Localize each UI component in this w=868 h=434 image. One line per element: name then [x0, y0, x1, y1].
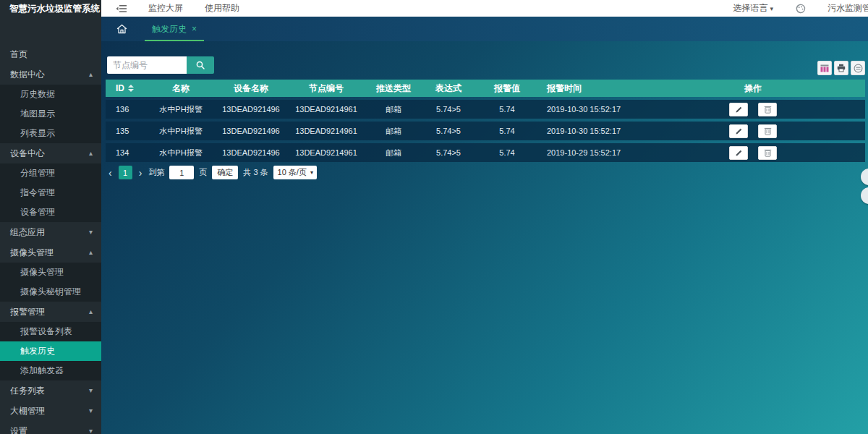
tab-trigger-history[interactable]: 触发历史 ×: [145, 17, 204, 41]
edit-button[interactable]: [729, 124, 748, 138]
column-header-alarm-time: 报警时间: [540, 82, 655, 95]
cell-expression: 5.74>5: [422, 148, 475, 157]
table-toolbar: [817, 61, 865, 75]
print-button[interactable]: [834, 61, 848, 75]
table-row: 135 水中PH报警 13DEAD921496 13DEAD9214961 邮箱…: [106, 122, 865, 140]
table-row: 136 水中PH报警 13DEAD921496 13DEAD9214961 邮箱…: [106, 100, 865, 119]
cell-name: 水中PH报警: [148, 104, 214, 115]
menu-collapse-icon[interactable]: [101, 4, 137, 14]
cell-expression: 5.74>5: [422, 105, 475, 114]
sidebar-item-alarm-mgmt[interactable]: 报警管理 ▴: [0, 302, 101, 322]
main-area: 监控大屏 使用帮助 选择语言▾ 污水监测管理: [101, 0, 868, 434]
app-root: 智慧污水垃圾监管系统 首页 数据中心 ▴ 历史数据 地图显示 列表显示 设备中心…: [0, 0, 868, 434]
sidebar-item-trigger-history[interactable]: 触发历史: [0, 341, 101, 361]
sidebar-item-list-display[interactable]: 列表显示: [0, 124, 101, 143]
theme-palette-icon[interactable]: [784, 4, 817, 14]
sort-icon[interactable]: [128, 85, 134, 92]
home-icon: [116, 24, 127, 34]
column-header-push-type: 推送类型: [365, 82, 422, 95]
chevron-up-icon: ▴: [89, 143, 93, 163]
sidebar-item-camera-mgmt[interactable]: 摄像头管理 ▴: [0, 242, 101, 263]
language-selector[interactable]: 选择语言▾: [722, 2, 784, 14]
sidebar-item-device-mgmt[interactable]: 设备管理: [0, 203, 101, 222]
sidebar-item-label: 大棚管理: [10, 401, 45, 421]
sidebar-menu: 首页 数据中心 ▴ 历史数据 地图显示 列表显示 设备中心 ▴ 分组管理 指令管…: [0, 44, 101, 434]
cell-actions: [655, 146, 851, 160]
page-size-select[interactable]: 10 条/页 ▾: [273, 166, 317, 179]
sidebar: 智慧污水垃圾监管系统 首页 数据中心 ▴ 历史数据 地图显示 列表显示 设备中心…: [0, 0, 101, 434]
sidebar-item-greenhouse-mgmt[interactable]: 大棚管理 ▾: [0, 401, 101, 421]
sidebar-submenu-device-center: 分组管理 指令管理 设备管理: [0, 163, 101, 222]
floating-edge-button-top[interactable]: [861, 169, 868, 185]
sidebar-item-command-mgmt[interactable]: 指令管理: [0, 183, 101, 203]
chevron-down-icon: ▾: [89, 401, 93, 421]
sidebar-item-camera-manage[interactable]: 摄像头管理: [0, 263, 101, 282]
topbar-item-monitor-screen[interactable]: 监控大屏: [137, 2, 194, 14]
content-panel: ID 名称 设备名称 节点编号 推送类型 表达式 报警值 报警时间 操作 136…: [101, 41, 868, 434]
export-button[interactable]: [851, 61, 865, 75]
floating-edge-button-bottom[interactable]: [861, 187, 868, 204]
sidebar-submenu-camera: 摄像头管理 摄像头秘钥管理: [0, 263, 101, 302]
tab-close-icon[interactable]: ×: [192, 25, 197, 33]
chevron-down-icon: ▾: [89, 222, 93, 242]
cell-device-name: 13DEAD921496: [214, 105, 288, 114]
sidebar-item-camera-secret[interactable]: 摄像头秘钥管理: [0, 282, 101, 302]
tabbar: 触发历史 ×: [101, 17, 868, 41]
sidebar-item-map-display[interactable]: 地图显示: [0, 104, 101, 124]
cell-push-type: 邮箱: [365, 104, 422, 115]
export-circle-icon: [854, 64, 863, 73]
sidebar-item-settings[interactable]: 设置 ▾: [0, 421, 101, 434]
trash-icon: [764, 148, 772, 157]
sidebar-item-home[interactable]: 首页: [0, 44, 101, 64]
sidebar-item-device-center[interactable]: 设备中心 ▴: [0, 143, 101, 163]
trash-icon: [764, 105, 772, 114]
search-input[interactable]: [107, 56, 187, 74]
column-header-id[interactable]: ID: [106, 83, 148, 93]
cell-actions: [655, 103, 851, 116]
chevron-up-icon: ▴: [89, 64, 93, 85]
prev-page-button[interactable]: ‹: [107, 167, 114, 179]
sidebar-item-task-list[interactable]: 任务列表 ▾: [0, 380, 101, 401]
edit-button[interactable]: [729, 103, 748, 116]
delete-button[interactable]: [758, 124, 777, 138]
edit-button[interactable]: [729, 146, 748, 160]
pencil-icon: [735, 149, 743, 157]
pencil-icon: [735, 127, 743, 135]
goto-label: 到第: [148, 167, 164, 178]
columns-filter-button[interactable]: [817, 61, 832, 75]
column-header-actions: 操作: [655, 82, 851, 95]
cell-alarm-time: 2019-10-30 15:52:17: [540, 105, 655, 114]
sidebar-submenu-data-center: 历史数据 地图显示 列表显示: [0, 85, 101, 143]
page-number-input[interactable]: [169, 166, 194, 179]
search-button[interactable]: [187, 56, 214, 74]
confirm-page-button[interactable]: 确定: [212, 166, 238, 179]
cell-node-id: 13DEAD9214961: [288, 127, 365, 135]
next-page-button[interactable]: ›: [137, 167, 144, 179]
page-unit-label: 页: [199, 167, 207, 178]
cell-device-name: 13DEAD921496: [214, 148, 288, 157]
account-label[interactable]: 污水监测管理: [817, 2, 868, 14]
cell-alarm-time: 2019-10-29 15:52:17: [540, 148, 655, 157]
pencil-icon: [735, 106, 743, 114]
sidebar-item-history-data[interactable]: 历史数据: [0, 85, 101, 104]
total-count-label: 共 3 条: [243, 167, 268, 178]
sidebar-item-label: 摄像头管理: [10, 242, 54, 263]
delete-button[interactable]: [758, 103, 777, 116]
sidebar-item-data-center[interactable]: 数据中心 ▴: [0, 64, 101, 85]
cell-alarm-value: 5.74: [475, 105, 540, 114]
delete-button[interactable]: [758, 146, 777, 160]
cell-name: 水中PH报警: [148, 126, 214, 137]
sidebar-item-alarm-device-list[interactable]: 报警设备列表: [0, 322, 101, 341]
cell-alarm-time: 2019-10-30 15:52:17: [540, 127, 655, 135]
sidebar-item-config-app[interactable]: 组态应用 ▾: [0, 222, 101, 242]
topbar-item-help[interactable]: 使用帮助: [194, 2, 250, 14]
sidebar-item-label: 组态应用: [10, 222, 45, 242]
cell-expression: 5.74>5: [422, 127, 475, 135]
caret-down-icon: ▾: [770, 5, 773, 12]
cell-alarm-value: 5.74: [475, 127, 540, 135]
sidebar-item-add-trigger[interactable]: 添加触发器: [0, 361, 101, 380]
sidebar-item-group-mgmt[interactable]: 分组管理: [0, 163, 101, 183]
current-page-button[interactable]: 1: [119, 166, 132, 179]
app-title: 智慧污水垃圾监管系统: [0, 0, 101, 18]
home-tab-button[interactable]: [107, 17, 136, 41]
